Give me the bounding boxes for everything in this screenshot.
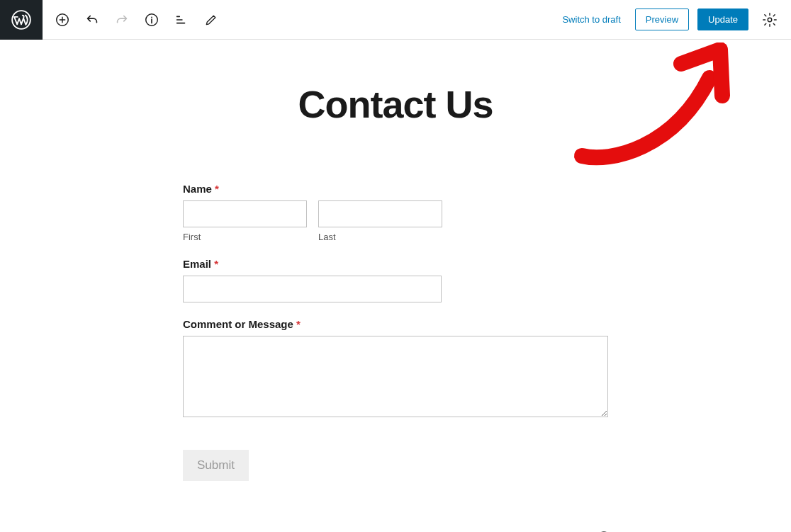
edit-button[interactable] <box>198 7 224 33</box>
info-icon <box>144 12 159 28</box>
page-title[interactable]: Contact Us <box>298 82 493 126</box>
last-name-input[interactable] <box>318 200 442 227</box>
switch-to-draft-button[interactable]: Switch to draft <box>556 10 626 29</box>
add-block-button[interactable] <box>50 7 75 33</box>
update-button[interactable]: Update <box>697 9 748 30</box>
comment-textarea[interactable] <box>183 336 608 417</box>
name-label: Name * <box>183 183 608 195</box>
editor-topbar: Switch to draft Preview Update <box>0 0 791 40</box>
email-input[interactable] <box>183 276 442 302</box>
required-marker: * <box>215 183 219 195</box>
required-marker: * <box>214 258 218 270</box>
outline-button[interactable] <box>169 7 194 33</box>
last-sublabel: Last <box>318 232 442 242</box>
email-label-text: Email <box>183 258 211 270</box>
comment-label: Comment or Message * <box>183 318 608 330</box>
submit-button[interactable]: Submit <box>183 450 249 481</box>
email-label: Email * <box>183 258 608 270</box>
svg-point-3 <box>151 16 152 18</box>
undo-icon <box>84 12 100 28</box>
wordpress-logo[interactable] <box>0 0 43 40</box>
svg-point-4 <box>768 18 772 22</box>
contact-form-block: Name * First Last Email * <box>183 183 608 481</box>
comment-label-text: Comment or Message <box>183 318 293 330</box>
name-label-text: Name <box>183 183 212 195</box>
first-sublabel: First <box>183 232 307 242</box>
pencil-icon <box>204 13 218 27</box>
preview-button[interactable]: Preview <box>635 9 689 30</box>
list-icon <box>174 12 189 28</box>
required-marker: * <box>296 318 301 330</box>
email-field-group: Email * <box>183 258 608 302</box>
info-button[interactable] <box>139 7 164 33</box>
add-block-below-button[interactable] <box>594 528 614 532</box>
redo-button[interactable] <box>109 7 135 33</box>
toolbar-right: Switch to draft Preview Update <box>556 7 791 33</box>
wordpress-icon <box>11 10 31 30</box>
redo-icon <box>114 12 130 28</box>
undo-button[interactable] <box>79 7 105 33</box>
name-field-group: Name * First Last <box>183 183 608 242</box>
first-name-input[interactable] <box>183 200 307 227</box>
toolbar-left <box>43 7 224 33</box>
gear-icon <box>762 12 778 28</box>
plus-circle-icon <box>55 12 70 28</box>
editor-canvas: Contact Us Name * First Last Email <box>0 40 791 481</box>
settings-button[interactable] <box>757 7 782 33</box>
comment-field-group: Comment or Message * <box>183 318 608 420</box>
